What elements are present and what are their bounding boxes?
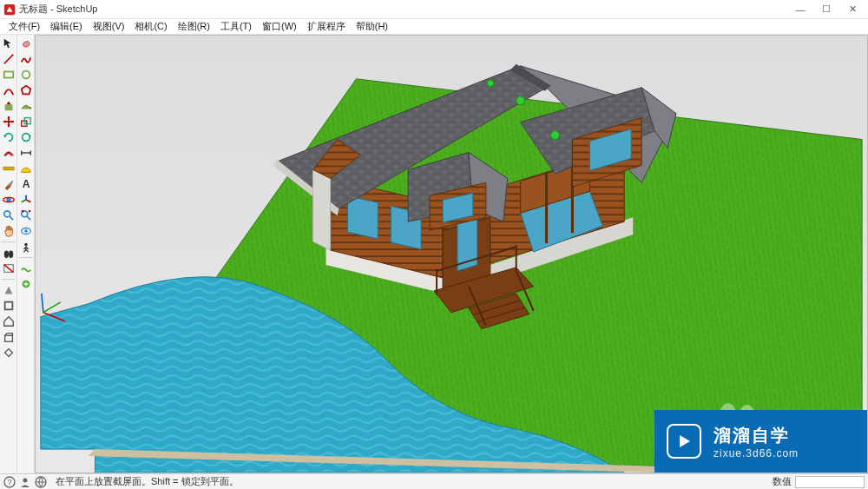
dimension-tool-icon[interactable] [19,146,33,160]
svg-line-67 [42,294,43,313]
arc-tool-icon[interactable] [2,83,16,97]
svg-point-18 [21,211,27,217]
menu-camera[interactable]: 相机(C) [129,20,172,33]
extension-4-icon[interactable] [2,330,16,344]
polygon-tool-icon[interactable] [19,83,33,97]
menu-file[interactable]: 文件(F) [3,20,45,33]
watermark-title: 溜溜自学 [713,424,799,447]
extension-5-icon[interactable] [2,346,16,360]
minimize-button[interactable]: — [788,2,812,17]
menu-view[interactable]: 视图(V) [88,20,130,33]
select-tool-icon[interactable] [2,36,16,50]
svg-point-8 [9,250,13,258]
svg-point-13 [22,71,30,79]
offset-tool-icon[interactable] [2,146,16,160]
rotate-tool-icon[interactable] [2,130,16,144]
scene-3d [36,36,867,472]
menu-help[interactable]: 帮助(H) [351,20,393,33]
eraser-tool-icon[interactable] [19,36,33,50]
svg-point-63 [516,96,525,105]
walk-tool-icon[interactable] [2,246,16,260]
watermark-url: zixue.3d66.com [713,447,799,459]
look-tool-icon[interactable] [19,224,33,238]
svg-rect-10 [4,302,12,310]
titlebar: 无标题 - SketchUp — ☐ ✕ [0,0,868,19]
close-button[interactable]: ✕ [840,2,865,17]
svg-rect-1 [3,72,13,78]
rotate-2-tool-icon[interactable] [19,130,33,144]
paint-tool-icon[interactable] [2,177,16,191]
section-tool-icon[interactable] [2,261,16,275]
toolbar-column-2: A [17,35,35,473]
svg-point-65 [487,80,494,87]
zoom-tool-icon[interactable] [2,208,16,222]
sandbox-1-icon[interactable] [19,261,33,275]
line-tool-icon[interactable] [2,52,16,66]
move-tool-icon[interactable] [2,115,16,129]
maximize-button[interactable]: ☐ [814,2,838,17]
sandbox-2-icon[interactable] [19,277,33,291]
menu-edit[interactable]: 编辑(E) [45,20,88,33]
svg-rect-11 [4,335,12,341]
axes-tool-icon[interactable] [19,193,33,207]
status-message: 在平面上放置截屏面。Shift = 锁定到平面。 [56,475,239,488]
rectangle-tool-icon[interactable] [2,68,16,82]
value-input[interactable] [795,476,865,488]
push-pull-tool-icon[interactable] [2,99,16,113]
toolbar-column-1 [0,35,17,473]
svg-point-6 [3,211,10,217]
svg-rect-2 [4,104,12,110]
position-camera-tool-icon[interactable] [19,240,33,254]
svg-line-68 [43,302,61,313]
main-area: A [0,35,868,473]
svg-point-4 [6,197,10,202]
svg-point-20 [24,229,28,233]
status-geo-icon[interactable] [35,476,47,488]
menu-draw[interactable]: 绘图(R) [173,20,215,33]
status-person-icon[interactable] [19,476,31,488]
svg-marker-31 [347,195,378,239]
follow-me-tool-icon[interactable] [19,99,33,113]
svg-point-73 [23,478,28,482]
menu-window[interactable]: 窗口(W) [257,20,302,33]
sketchup-icon [3,3,16,16]
svg-rect-12 [23,41,30,48]
window-title: 无标题 - SketchUp [19,3,97,16]
toolbar-separator [2,279,16,280]
toolbar-separator [2,241,16,242]
freehand-tool-icon[interactable] [19,52,33,66]
svg-text:A: A [22,178,30,190]
value-label: 数值 [773,475,792,488]
pan-tool-icon[interactable] [2,224,16,238]
svg-point-21 [24,243,28,247]
svg-point-16 [22,134,30,142]
extension-1-icon[interactable] [2,283,16,297]
play-icon [667,424,701,459]
scale-tool-icon[interactable] [19,115,33,129]
svg-point-7 [3,250,8,258]
circle-tool-icon[interactable] [19,68,33,82]
svg-marker-61 [313,169,331,250]
menu-tools[interactable]: 工具(T) [215,20,257,33]
svg-point-64 [551,131,560,140]
toolbar-separator [19,257,33,258]
extension-3-icon[interactable] [2,314,16,328]
text-tool-icon[interactable]: A [19,177,33,191]
zoom-extents-tool-icon[interactable] [19,208,33,222]
protractor-tool-icon[interactable] [19,162,33,175]
menubar: 文件(F) 编辑(E) 视图(V) 相机(C) 绘图(R) 工具(T) 窗口(W… [0,19,868,35]
status-help-icon[interactable]: ? [3,476,16,488]
svg-text:?: ? [8,478,12,486]
orbit-tool-icon[interactable] [2,193,16,207]
statusbar: ? 在平面上放置截屏面。Shift = 锁定到平面。 数值 [0,473,868,489]
watermark-banner: 溜溜自学 zixue.3d66.com [654,410,867,472]
menu-extensions[interactable]: 扩展程序 [302,20,351,33]
extension-2-icon[interactable] [2,299,16,313]
tape-tool-icon[interactable] [2,162,16,175]
viewport[interactable]: 溜溜自学 zixue.3d66.com [35,35,868,473]
